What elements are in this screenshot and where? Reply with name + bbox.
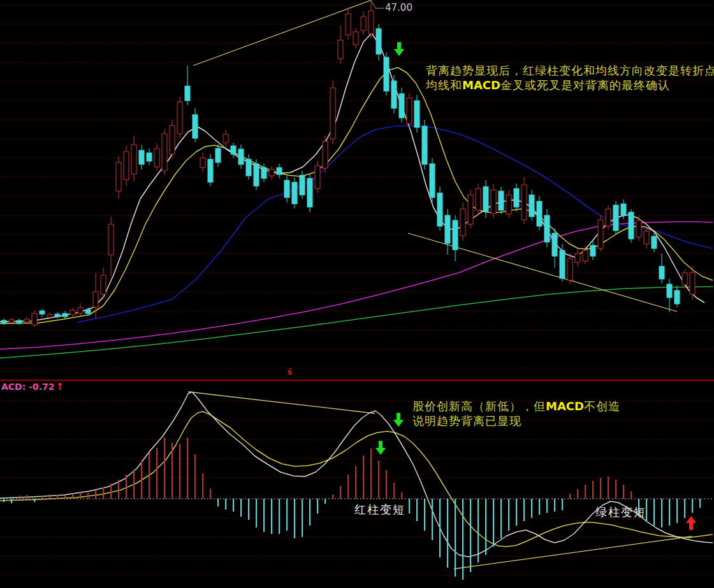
candle-down — [537, 201, 542, 226]
candle-up — [338, 40, 343, 59]
candle-down — [674, 290, 680, 304]
candle-down — [238, 149, 244, 164]
candle-up — [690, 273, 695, 294]
candle-down — [284, 180, 289, 197]
candle-up — [116, 162, 121, 191]
candle-down — [185, 86, 190, 101]
candle-down — [529, 195, 534, 217]
candle-down — [307, 178, 312, 207]
candle-up — [223, 134, 228, 143]
candle-down — [254, 164, 259, 186]
candle-up — [32, 313, 37, 325]
candle-up — [353, 32, 358, 45]
candle-up — [330, 88, 335, 139]
candle-up — [154, 148, 159, 167]
candle-up — [162, 134, 167, 171]
candle-down — [621, 204, 626, 215]
candle-up — [47, 315, 52, 317]
candle-down — [261, 168, 266, 178]
candle-up — [269, 169, 274, 176]
candle-down — [17, 320, 22, 323]
candle-up — [583, 250, 588, 261]
candle-down — [437, 193, 442, 226]
candle-up — [506, 195, 511, 214]
candle-down — [544, 215, 550, 242]
candle-up — [315, 166, 320, 189]
candle-up — [131, 145, 136, 174]
candle-down — [560, 250, 565, 278]
stock-chart-screen: 47.00 ACD: -0.72↑ ŝ 背离趋势显现后，红绿柱变化和均线方向改变… — [0, 0, 714, 588]
candle-down — [246, 159, 251, 176]
candle-down — [1, 320, 6, 323]
candle-down — [376, 29, 381, 54]
candle-up — [78, 308, 83, 313]
candle-down — [300, 175, 305, 195]
candle-down — [399, 94, 404, 118]
candle-down — [292, 182, 297, 204]
candle-down — [391, 81, 397, 108]
candle-down — [193, 115, 198, 138]
candle-up — [101, 275, 106, 294]
candle-up — [606, 209, 611, 226]
chart-canvas[interactable] — [0, 0, 714, 588]
candle-down — [147, 153, 152, 161]
candle-up — [476, 189, 481, 210]
candle-up — [93, 292, 98, 307]
candle-up — [108, 224, 113, 255]
candle-down — [55, 314, 60, 317]
candle-down — [552, 233, 557, 256]
candle-down — [414, 101, 419, 127]
candle-down — [590, 245, 595, 256]
candle-up — [9, 320, 14, 322]
candle-up — [200, 158, 205, 168]
candle-up — [468, 195, 473, 224]
candle-up — [170, 125, 175, 154]
candle-down — [483, 187, 488, 212]
candle-up — [682, 273, 687, 285]
candle-up — [323, 141, 328, 168]
candle-up — [567, 259, 572, 280]
candle-up — [70, 310, 75, 315]
candle-down — [652, 236, 657, 248]
candle-down — [629, 212, 634, 239]
candle-up — [491, 190, 496, 213]
candle-down — [499, 191, 504, 210]
candle-up — [177, 102, 182, 134]
candle-down — [430, 164, 435, 197]
candle-up — [124, 152, 129, 180]
candle-up — [24, 319, 29, 322]
candle-down — [40, 311, 45, 314]
candle-up — [361, 17, 366, 31]
chart-background — [0, 0, 714, 588]
candle-down — [453, 220, 458, 250]
candle-down — [139, 150, 144, 164]
candle-up — [521, 185, 527, 220]
candle-down — [422, 126, 427, 164]
candle-down — [62, 313, 68, 317]
candle-down — [85, 310, 91, 313]
candle-down — [659, 266, 664, 279]
candle-up — [598, 220, 603, 248]
candle-up — [407, 98, 412, 124]
candle-up — [636, 220, 641, 237]
candle-up — [460, 209, 465, 236]
candle-down — [231, 146, 236, 154]
candle-down — [445, 215, 450, 243]
candle-down — [667, 284, 672, 298]
candle-up — [575, 254, 580, 262]
candle-down — [514, 189, 519, 207]
candle-down — [613, 205, 618, 231]
candle-up — [346, 14, 351, 35]
candle-down — [215, 148, 221, 162]
candle-down — [208, 159, 213, 182]
candle-up — [644, 231, 649, 244]
candle-down — [384, 57, 389, 91]
candle-down — [277, 168, 282, 175]
candle-up — [368, 11, 374, 34]
